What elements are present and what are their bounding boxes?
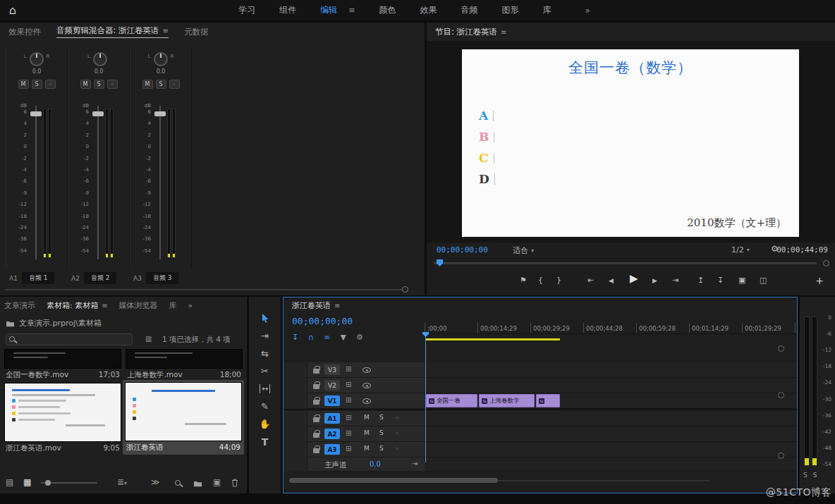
- playback-resolution-dropdown[interactable]: 1/2▾: [731, 245, 750, 254]
- slider-knob[interactable]: [45, 480, 51, 486]
- pan-knob[interactable]: [93, 52, 107, 66]
- program-scrub-bar[interactable]: [434, 262, 817, 264]
- track-name-badge[interactable]: 音频 2: [84, 272, 117, 284]
- slip-tool[interactable]: ↔: [257, 383, 273, 395]
- selection-tool[interactable]: [257, 312, 273, 324]
- toggle-track-output-icon[interactable]: [362, 367, 371, 373]
- fader-handle[interactable]: [30, 111, 42, 116]
- bin-item[interactable]: 全国一卷数学.mov17;03: [4, 349, 121, 380]
- track-lock-icon[interactable]: [313, 400, 319, 405]
- video-audio-divider[interactable]: [284, 409, 797, 410]
- track-lane[interactable]: [425, 426, 797, 442]
- mute-track-button[interactable]: M: [364, 445, 370, 452]
- linked-selection-icon[interactable]: ∞: [324, 333, 330, 342]
- delete-button[interactable]: [231, 479, 238, 489]
- scroll-handle[interactable]: [778, 392, 784, 398]
- volume-fader[interactable]: [29, 103, 43, 262]
- write-keyframes-button[interactable]: ◦: [107, 80, 118, 89]
- timeline-settings-wrench-icon[interactable]: ⚙: [356, 333, 363, 342]
- timeline-clip[interactable]: fx全国一卷: [426, 394, 477, 407]
- home-icon[interactable]: ⌂: [9, 4, 16, 17]
- timeline-current-timecode[interactable]: 00;00;00;00: [292, 316, 353, 326]
- timeline-hscroll-thumb[interactable]: [289, 478, 498, 483]
- panel-menu-icon[interactable]: ≡: [102, 302, 107, 309]
- sort-icons-button[interactable]: ≣▾: [117, 477, 127, 487]
- timeline-playhead-line[interactable]: [425, 336, 426, 462]
- volume-fader[interactable]: [91, 103, 105, 262]
- panel-menu-icon[interactable]: ≡: [501, 28, 506, 36]
- zoom-level-dropdown[interactable]: 适合▾: [513, 245, 534, 256]
- video-scroll-handle[interactable]: [778, 345, 784, 352]
- track-lane[interactable]: [425, 442, 797, 457]
- track-lane[interactable]: [425, 362, 797, 378]
- insert-overwrite-icon[interactable]: ↧: [292, 333, 298, 342]
- snap-icon[interactable]: ∩: [308, 333, 314, 342]
- mute-button[interactable]: M: [18, 80, 29, 89]
- workspace-tab-assembly[interactable]: 组件: [279, 4, 296, 16]
- track-lock-icon[interactable]: [313, 433, 319, 438]
- track-lane[interactable]: [425, 411, 797, 426]
- track-lane[interactable]: fx全国一卷 fx上海卷数学 fx: [425, 393, 797, 409]
- solo-button[interactable]: S: [32, 80, 42, 89]
- fader-handle[interactable]: [154, 111, 166, 116]
- ripple-edit-tool[interactable]: ⇆: [257, 348, 273, 359]
- tab-bin[interactable]: 素材箱: 素材箱≡: [47, 300, 108, 311]
- thumbnail-zoom-slider[interactable]: [41, 482, 97, 484]
- panel-menu-icon[interactable]: ≡: [334, 302, 340, 309]
- tab-audio-clip-mixer[interactable]: 音频剪辑混合器: 浙江卷英语≡: [56, 25, 169, 38]
- workspace-menu-icon[interactable]: ≡: [348, 6, 355, 15]
- solo-button[interactable]: S: [94, 80, 104, 89]
- write-keyframes-button[interactable]: ◦: [169, 80, 180, 89]
- sync-lock-icon[interactable]: ⊞: [346, 396, 351, 404]
- solo-track-button[interactable]: S: [379, 445, 384, 452]
- track-select-forward-tool[interactable]: ⇥: [257, 330, 273, 342]
- bin-item-selected[interactable]: 浙江卷英语44;09: [123, 380, 244, 455]
- timeline-clip[interactable]: fx上海卷数学: [479, 394, 535, 407]
- bin-item[interactable]: 浙江卷英语.mov9;05: [4, 383, 121, 453]
- mute-button[interactable]: M: [142, 80, 153, 89]
- track-lock-icon[interactable]: [313, 417, 319, 422]
- scrub-zoom-handle[interactable]: [823, 260, 829, 266]
- workspace-tab-libraries[interactable]: 库: [542, 4, 551, 16]
- workspace-tab-effects[interactable]: 效果: [420, 4, 437, 16]
- workspace-overflow-icon[interactable]: »: [585, 6, 590, 16]
- step-back-button[interactable]: ◀: [609, 276, 614, 285]
- mark-in-button[interactable]: {: [538, 276, 543, 285]
- workspace-tab-color[interactable]: 颜色: [379, 4, 396, 16]
- mark-out-button[interactable]: }: [556, 276, 561, 285]
- track-target-button[interactable]: V2: [324, 380, 340, 391]
- search-input[interactable]: [6, 333, 133, 345]
- workspace-tab-learning[interactable]: 学习: [238, 4, 255, 16]
- pan-knob[interactable]: [30, 52, 44, 66]
- track-target-button[interactable]: V1: [324, 395, 340, 406]
- work-area-bar[interactable]: [426, 338, 560, 340]
- tab-metadata[interactable]: 元数据: [184, 27, 209, 37]
- track-name-badge[interactable]: 音频 3: [146, 272, 179, 284]
- play-button[interactable]: ▶: [630, 273, 638, 283]
- breadcrumb[interactable]: 文章演示.prproj\素材箱: [6, 318, 102, 328]
- button-editor-add-button[interactable]: +: [815, 276, 824, 285]
- timeline-clip[interactable]: fx: [536, 394, 560, 407]
- program-current-timecode[interactable]: 00;00;00;00: [437, 245, 488, 254]
- toggle-track-output-icon[interactable]: [362, 383, 371, 388]
- keyframe-icon[interactable]: ◦: [395, 445, 399, 453]
- add-marker-icon[interactable]: ▼: [340, 333, 346, 342]
- export-frame-button[interactable]: ▣: [738, 276, 745, 285]
- tab-overflow-icon[interactable]: »: [188, 301, 193, 310]
- track-lock-icon[interactable]: [313, 369, 319, 374]
- pen-tool[interactable]: ✎: [257, 400, 273, 412]
- list-view-button[interactable]: ▤: [6, 477, 13, 487]
- fader-handle[interactable]: [92, 111, 104, 116]
- meter-solo-left[interactable]: S: [803, 472, 807, 479]
- type-tool[interactable]: T: [257, 436, 273, 448]
- track-target-button[interactable]: A2: [324, 429, 340, 439]
- master-volume-value[interactable]: 0.0: [370, 460, 381, 468]
- keyframe-icon[interactable]: ◦: [395, 429, 399, 437]
- lift-button[interactable]: ↥: [697, 276, 704, 285]
- track-lock-icon[interactable]: [313, 384, 319, 389]
- solo-track-button[interactable]: S: [379, 414, 384, 421]
- workspace-tab-audio[interactable]: 音频: [461, 4, 477, 16]
- go-to-in-button[interactable]: ⇤: [587, 276, 594, 285]
- track-target-button[interactable]: V3: [324, 364, 340, 375]
- toggle-track-output-icon[interactable]: [362, 398, 371, 404]
